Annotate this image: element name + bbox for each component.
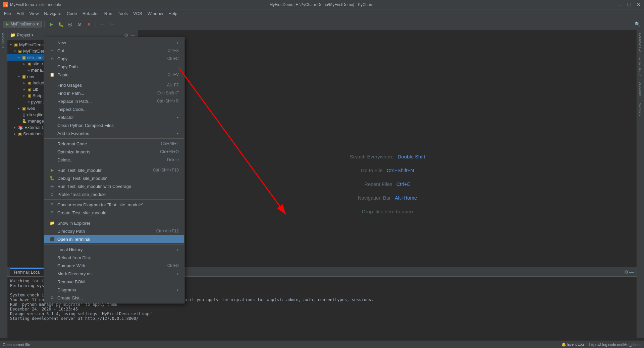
ctx-optimize[interactable]: Optimize Imports Ctrl+Alt+O (44, 148, 184, 156)
search-everywhere-button[interactable]: 🔍 (633, 20, 641, 28)
menu-run[interactable]: Run (102, 10, 115, 17)
ctx-copy-path[interactable]: Copy Path... (44, 63, 184, 71)
ctx-find-usages[interactable]: Find Usages Alt+F7 (44, 81, 184, 89)
tree-label: pyver... (31, 99, 45, 105)
ctx-directory-label: Directory Path (57, 229, 85, 234)
run-button[interactable]: ▶ (47, 20, 55, 28)
menu-code[interactable]: Code (64, 10, 80, 17)
ctx-find-in-path[interactable]: Find in Path... Ctrl+Shift+F (44, 89, 184, 97)
replace-shortcut: Ctrl+Shift+R (157, 99, 179, 103)
ctx-delete-label: Delete... (57, 157, 73, 162)
ctx-inspect[interactable]: Inspect Code... (44, 105, 184, 113)
ctx-cut[interactable]: ✂ Cut Ctrl+X (44, 47, 184, 55)
explorer-icon: 📁 (49, 221, 55, 225)
ctx-reformat[interactable]: Reformat Code Ctrl+Alt+L (44, 140, 184, 148)
ctx-directory-path[interactable]: Directory Path Ctrl+Alt+F12 (44, 227, 184, 235)
ctx-refactor[interactable]: Refactor ▸ (44, 113, 184, 121)
status-bar: Open current file 🔔 Event Log https://bl… (0, 341, 644, 348)
context-menu: New ▸ ✂ Cut Ctrl+X ⎘ Copy Ctrl+C Copy Pa… (44, 37, 184, 303)
ctx-paste[interactable]: 📋 Paste Ctrl+V (44, 71, 184, 79)
coverage-button[interactable]: ◎ (66, 20, 74, 28)
run-test-icon: ▶ (49, 168, 55, 172)
ctx-clean-compiled[interactable]: Clean Python Compiled Files (44, 121, 184, 129)
run-config-dropdown[interactable]: ▶ MyFirstDemo ▾ (3, 21, 42, 27)
ctx-remove-bom[interactable]: Remove BOM (44, 278, 184, 286)
event-log[interactable]: 🔔 Event Log (561, 342, 584, 347)
folder-icon: ▣ (22, 106, 26, 111)
stop-button[interactable]: ■ (85, 20, 93, 28)
tree-arrow-icon: ▸ (23, 87, 28, 91)
ctx-open-terminal[interactable]: ⬛ Open in Terminal (44, 235, 184, 243)
ctx-compare[interactable]: Compare With... Ctrl+D (44, 262, 184, 270)
menu-file[interactable]: File (1, 10, 14, 17)
tree-arrow-icon: ▸ (18, 107, 22, 110)
folder-icon: 📚 (18, 125, 23, 130)
compare-shortcut: Ctrl+D (167, 263, 179, 268)
menu-help[interactable]: Help (166, 10, 180, 17)
ctx-debug-test[interactable]: 🐛 Debug 'Test: site_module' (44, 174, 184, 182)
menu-refactor[interactable]: Refactor (80, 10, 102, 17)
ctx-concurrency[interactable]: ⊞ Concurrency Diagram for 'Test: site_mo… (44, 201, 184, 209)
tree-label-root: MyFirstDemo (19, 42, 45, 47)
ctx-concurrency-label: Concurrency Diagram for 'Test: site_modu… (57, 202, 143, 207)
delete-shortcut: Delete (167, 157, 179, 162)
minimize-button[interactable]: — (617, 2, 623, 7)
ctx-profile-label: Profile 'Test: site_module' (57, 192, 107, 197)
sidebar-tab-database[interactable]: Database (637, 79, 644, 100)
menu-tools[interactable]: Tools (115, 10, 130, 17)
ctx-run-coverage[interactable]: ◎ Run 'Test: site_module' with Coverage (44, 182, 184, 190)
folder-icon: ▣ (18, 49, 22, 54)
ctx-create-test[interactable]: ⊞ Create 'Test: site_module'... (44, 209, 184, 217)
minimize-bottom-icon[interactable]: — (629, 269, 634, 275)
ctx-diagrams[interactable]: Diagrams ▸ (44, 286, 184, 294)
menu-navigate[interactable]: Navigate (41, 10, 64, 17)
folder-icon: ▣ (28, 81, 31, 85)
ctx-mark-directory[interactable]: Mark Directory as ▸ (44, 270, 184, 278)
redo-button[interactable]: ↪ (108, 20, 116, 28)
ctx-paste-label: Paste (57, 72, 68, 77)
tab-terminal[interactable]: Terminal: Local (10, 268, 44, 276)
ctx-local-history[interactable]: Local History ▸ (44, 246, 184, 254)
copy-icon: ⎘ (49, 56, 55, 61)
refactor-arrow-icon: ▸ (177, 115, 179, 120)
optimize-shortcut: Ctrl+Alt+O (160, 149, 179, 154)
favorites-arrow-icon: ▸ (177, 131, 179, 136)
directory-shortcut: Ctrl+Alt+F12 (156, 229, 179, 233)
debug-button[interactable]: 🐛 (57, 20, 65, 28)
ctx-create-gist[interactable]: ⚙ Create Gist... (44, 294, 184, 302)
paste-icon: 📋 (49, 72, 55, 77)
status-right: 🔔 Event Log https://blog.csdn.net/Mrs_ch… (561, 342, 641, 347)
ctx-show-explorer[interactable]: 📁 Show in Explorer (44, 219, 184, 227)
ctx-profile-test[interactable]: ⊙ Profile 'Test: site_module' (44, 190, 184, 198)
close-button[interactable]: ✕ (636, 2, 641, 7)
menu-edit[interactable]: Edit (14, 10, 26, 17)
ctx-terminal-label: Open in Terminal (57, 237, 90, 242)
sidebar-item-project[interactable]: 1: Project (0, 30, 7, 51)
submenu-arrow-icon: ▸ (177, 41, 179, 45)
sidebar-tab-sciview[interactable]: SciView (637, 100, 644, 119)
ctx-copy[interactable]: ⎘ Copy Ctrl+C (44, 55, 184, 63)
toolbar-separator-2 (96, 21, 96, 27)
hint-drop: Drop files here to open (362, 209, 413, 214)
menu-vcs[interactable]: VCS (130, 10, 145, 17)
ctx-add-favorites[interactable]: Add to Favorites ▸ (44, 129, 184, 137)
undo-button[interactable]: ↩ (99, 20, 107, 28)
menu-window[interactable]: Window (145, 10, 166, 17)
profile-button[interactable]: ⊙ (75, 20, 84, 28)
settings-bottom-icon[interactable]: ⚙ (624, 269, 629, 275)
ctx-delete[interactable]: Delete... Delete (44, 156, 184, 164)
tree-arrow-icon: ▾ (10, 43, 14, 47)
toolbar: ▶ MyFirstDemo ▾ ▶ 🐛 ◎ ⊙ ■ ↩ ↪ 🔍 (0, 18, 644, 30)
sidebar-tab-structure[interactable]: 7: Structure (637, 55, 644, 79)
concurrency-icon: ⊞ (49, 202, 55, 207)
ctx-replace-in-path[interactable]: Replace in Path... Ctrl+Shift+R (44, 97, 184, 105)
goto-file-label: Go to File (361, 167, 383, 173)
ctx-reload[interactable]: Reload from Disk (44, 254, 184, 262)
maximize-button[interactable]: ❐ (627, 2, 632, 7)
tree-label-env: env (27, 74, 34, 79)
ctx-run-test[interactable]: ▶ Run 'Test: site_module' Ctrl+Shift+F10 (44, 166, 184, 174)
menu-view[interactable]: View (26, 10, 41, 17)
ctx-new[interactable]: New ▸ (44, 39, 184, 47)
sidebar-tab-favorites[interactable]: 2: Favorites (637, 30, 644, 55)
ctx-sep-6 (44, 244, 184, 245)
